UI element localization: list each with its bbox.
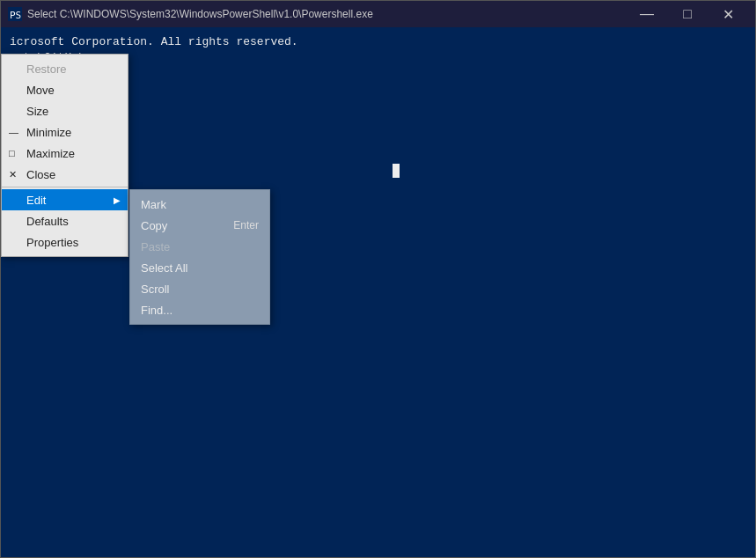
menu-item-size[interactable]: Size <box>2 100 128 121</box>
close-label: Close <box>26 168 55 181</box>
restore-label: Restore <box>26 62 67 76</box>
copy-label: Copy <box>141 219 167 232</box>
terminal-area[interactable]: icrosoft Corporation. All rights reserve… <box>1 27 755 557</box>
menu-item-edit[interactable]: Edit ▶ <box>2 189 128 210</box>
copy-shortcut: Enter <box>233 219 259 231</box>
minimize-button[interactable]: — <box>627 1 667 27</box>
submenu-item-mark[interactable]: Mark <box>130 194 269 215</box>
system-menu[interactable]: Restore Move Size — Minimize □ Maximize … <box>1 54 128 257</box>
mark-label: Mark <box>141 198 166 211</box>
terminal-cursor <box>393 164 400 178</box>
size-label: Size <box>26 105 48 118</box>
maximize-prefix-icon: □ <box>9 148 15 158</box>
menu-item-defaults[interactable]: Defaults <box>2 210 128 231</box>
paste-label: Paste <box>141 240 170 253</box>
title-bar: PS Select C:\WINDOWS\System32\WindowsPow… <box>1 1 755 27</box>
minimize-prefix-icon: — <box>9 127 18 137</box>
maximize-label: Maximize <box>26 147 75 160</box>
close-button[interactable]: ✕ <box>708 1 748 27</box>
window-title: Select C:\WINDOWS\System32\WindowsPowerS… <box>27 8 627 20</box>
close-prefix-icon: ✕ <box>9 169 17 180</box>
menu-item-maximize[interactable]: □ Maximize <box>2 143 128 164</box>
svg-text:PS: PS <box>10 10 21 21</box>
app-icon: PS <box>8 7 22 21</box>
menu-item-edit-container: Edit ▶ Mark Copy Enter Paste <box>2 189 128 210</box>
properties-label: Properties <box>26 236 78 249</box>
edit-submenu-arrow: ▶ <box>114 195 121 205</box>
submenu-item-select-all[interactable]: Select All <box>130 257 269 278</box>
menu-separator-1 <box>2 187 128 187</box>
select-all-label: Select All <box>141 261 187 275</box>
edit-submenu[interactable]: Mark Copy Enter Paste Select All <box>129 189 270 325</box>
menu-item-close[interactable]: ✕ Close <box>2 164 128 185</box>
edit-label: Edit <box>26 194 46 207</box>
find-label: Find... <box>141 304 172 317</box>
menu-item-properties[interactable]: Properties <box>2 231 128 253</box>
minimize-label: Minimize <box>26 126 71 139</box>
scroll-label: Scroll <box>141 283 170 296</box>
move-label: Move <box>26 84 55 97</box>
main-window: PS Select C:\WINDOWS\System32\WindowsPow… <box>0 0 756 558</box>
submenu-item-scroll[interactable]: Scroll <box>130 278 269 299</box>
submenu-item-copy[interactable]: Copy Enter <box>130 215 269 236</box>
defaults-label: Defaults <box>26 215 69 228</box>
maximize-button[interactable]: □ <box>667 1 708 27</box>
menu-item-restore[interactable]: Restore <box>2 58 128 79</box>
window-controls: — □ ✕ <box>627 1 748 27</box>
submenu-item-paste[interactable]: Paste <box>130 236 269 257</box>
menu-item-minimize[interactable]: — Minimize <box>2 121 128 143</box>
submenu-item-find[interactable]: Find... <box>130 299 269 320</box>
menu-item-move[interactable]: Move <box>2 79 128 100</box>
